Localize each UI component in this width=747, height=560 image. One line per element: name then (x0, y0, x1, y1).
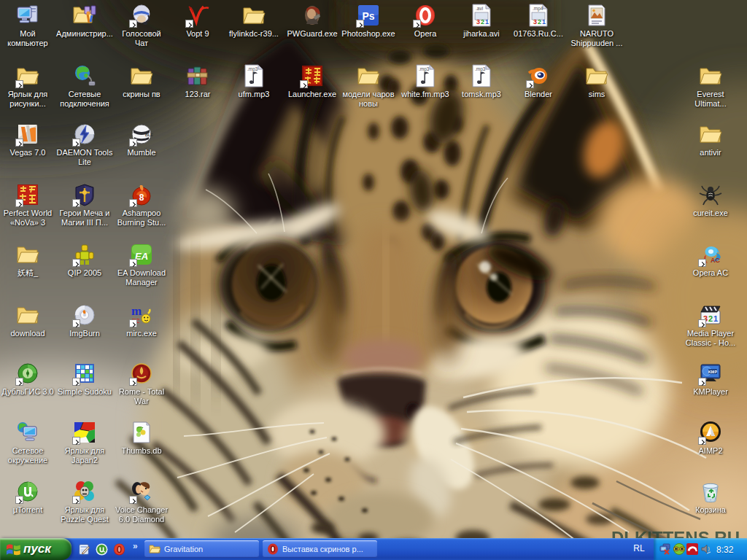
svg-text:.avi: .avi (476, 6, 483, 11)
svg-text:8: 8 (139, 192, 144, 203)
svg-text:.mp3: .mp3 (475, 66, 486, 72)
svg-text:2: 2 (538, 18, 541, 26)
svg-text:Ps: Ps (362, 10, 374, 22)
svg-text:KMP: KMP (708, 370, 718, 374)
svg-text:BLE: BLE (145, 133, 153, 137)
svg-text:3: 3 (476, 18, 480, 26)
svg-text:1: 1 (542, 18, 546, 26)
svg-text:1: 1 (485, 18, 489, 26)
svg-text:AC: AC (711, 257, 720, 264)
svg-text:2: 2 (481, 18, 484, 26)
svg-text:2: 2 (708, 314, 713, 323)
svg-text:.mp3: .mp3 (247, 66, 258, 72)
svg-text:3: 3 (533, 18, 537, 26)
svg-text:1: 1 (713, 314, 718, 323)
svg-text:.mp4: .mp4 (533, 6, 543, 12)
svg-text:.mp3: .mp3 (419, 66, 430, 72)
